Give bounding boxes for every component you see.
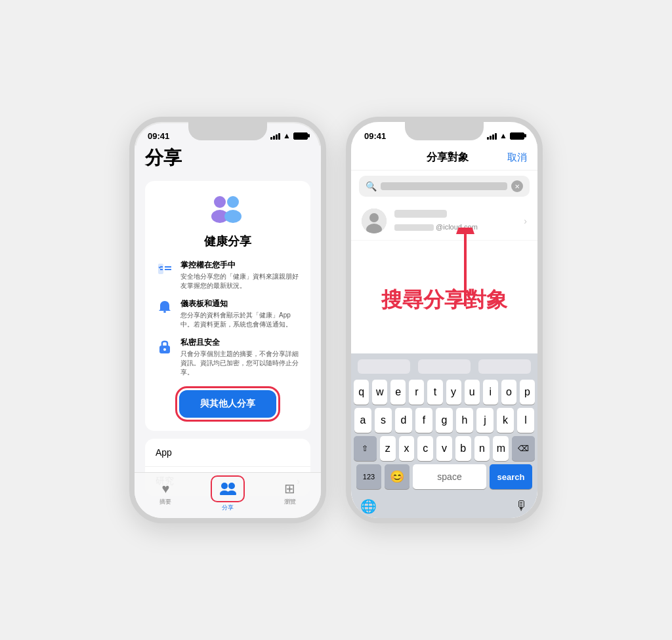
key-d[interactable]: d (395, 408, 412, 433)
svg-point-11 (163, 348, 166, 351)
battery-icon-2 (510, 132, 524, 140)
feature-item-1: 掌控權在您手中 安全地分享您的「健康」資料來讓親朋好友掌握您的最新狀況。 (156, 260, 300, 290)
contact-item[interactable]: @icloud.com › (351, 202, 537, 241)
key-k[interactable]: k (497, 408, 514, 433)
kb-suggestion-1[interactable] (354, 357, 413, 376)
key-v[interactable]: v (436, 436, 452, 461)
key-h[interactable]: h (456, 408, 473, 433)
tab-browse[interactable]: ⊞ 瀏覽 (259, 475, 321, 511)
key-y[interactable]: y (446, 380, 461, 405)
share-with-others-button[interactable]: 與其他人分享 (179, 390, 276, 418)
phone2-content: 分享對象 取消 🔍 ✕ (351, 146, 537, 518)
feature-item-3: 私密且安全 只會分享個別主題的摘要，不會分享詳細資訊。資訊均已加密，您可以隨時停… (156, 337, 300, 377)
key-n[interactable]: n (474, 436, 490, 461)
key-g[interactable]: g (436, 408, 453, 433)
search-bar[interactable]: 🔍 ✕ (359, 176, 530, 197)
feature-text-3: 私密且安全 只會分享個別主題的摘要，不會分享詳細資訊。資訊均已加密，您可以隨時停… (180, 337, 300, 377)
key-i[interactable]: i (483, 380, 498, 405)
battery-icon-1 (293, 132, 308, 140)
svg-point-12 (221, 483, 228, 489)
nav-title-2: 分享對象 (427, 151, 469, 165)
tab-browse-label: 瀏覽 (284, 498, 296, 506)
key-s[interactable]: s (375, 408, 392, 433)
key-r[interactable]: r (409, 380, 424, 405)
health-share-card: 健康分享 掌控權在您手中 安全地分 (145, 181, 310, 431)
contact-chevron-icon: › (524, 216, 527, 226)
page-title-1: 分享 (145, 146, 310, 170)
kb-row-3: ⇧ z x c v b n m ⌫ (354, 436, 535, 461)
signal-icon-2 (487, 132, 497, 140)
key-z[interactable]: z (380, 436, 396, 461)
kb-suggestion-3[interactable] (475, 357, 535, 376)
status-time-1: 09:41 (148, 131, 169, 141)
tab-bar-1: ♥ 摘要 分享 ⊞ 瀏覽 (135, 472, 321, 518)
key-w[interactable]: w (372, 380, 387, 405)
notch2 (405, 122, 484, 140)
key-l[interactable]: l (517, 408, 534, 433)
contact-name-blurred (394, 210, 447, 218)
nav-bar-2: 分享對象 取消 (351, 146, 537, 170)
feature-item-2: 儀表板和通知 您分享的資料會顯示於其「健康」App中。若資料更新，系統也會傳送通… (156, 298, 300, 329)
suggestion-pill-1 (358, 359, 410, 374)
key-t[interactable]: t (427, 380, 442, 405)
menu-item-app[interactable]: App (145, 439, 310, 467)
bell-icon (156, 298, 174, 317)
kb-row-2: a s d f g h j k l (354, 408, 535, 433)
key-b[interactable]: b (455, 436, 471, 461)
key-o[interactable]: o (501, 380, 516, 405)
kb-row-1: q w e r t y u i o p (354, 380, 535, 405)
health-share-icon (208, 194, 247, 227)
tab-share-label: 分享 (222, 504, 234, 512)
key-u[interactable]: u (465, 380, 480, 405)
main-container: 09:41 ▲ 分享 (129, 117, 543, 523)
key-x[interactable]: x (399, 436, 415, 461)
grid-tab-icon: ⊞ (284, 481, 295, 496)
menu-item-app-label: App (156, 447, 172, 458)
key-search[interactable]: search (490, 464, 532, 489)
key-q[interactable]: q (354, 380, 369, 405)
svg-point-0 (214, 196, 226, 208)
key-m[interactable]: m (493, 436, 509, 461)
status-time-2: 09:41 (364, 131, 386, 141)
svg-point-2 (227, 196, 239, 208)
wifi-icon-1: ▲ (283, 131, 291, 140)
svg-point-3 (224, 210, 242, 223)
status-icons-2: ▲ (487, 131, 524, 140)
clear-search-button[interactable]: ✕ (511, 180, 523, 192)
kb-suggestions (354, 357, 535, 376)
notch1 (188, 122, 267, 140)
key-emoji[interactable]: 😊 (385, 464, 410, 489)
tab-summary[interactable]: ♥ 摘要 (135, 475, 197, 511)
phone1: 09:41 ▲ 分享 (129, 117, 326, 523)
svg-rect-9 (163, 311, 166, 313)
tab-share-active-box (211, 475, 245, 502)
key-e[interactable]: e (390, 380, 406, 405)
status-icons-1: ▲ (270, 131, 308, 140)
heart-tab-icon: ♥ (161, 481, 169, 496)
key-delete[interactable]: ⌫ (512, 436, 535, 461)
wifi-icon-2: ▲ (499, 131, 507, 140)
key-p[interactable]: p (520, 380, 535, 405)
key-j[interactable]: j (476, 408, 494, 433)
cancel-button[interactable]: 取消 (507, 151, 527, 164)
mic-icon[interactable]: 🎙 (515, 498, 528, 514)
annotation-text: 搜尋分享對象 (381, 287, 507, 312)
key-123[interactable]: 123 (356, 464, 381, 489)
suggestion-pill-2 (418, 359, 471, 374)
key-shift[interactable]: ⇧ (354, 436, 377, 461)
kb-mic-row: 🌐 🎙 (354, 496, 535, 518)
search-input[interactable] (381, 182, 507, 190)
key-space[interactable]: space (413, 464, 486, 489)
feature-text-2: 儀表板和通知 您分享的資料會顯示於其「健康」App中。若資料更新，系統也會傳送通… (180, 298, 300, 329)
key-c[interactable]: c (417, 436, 433, 461)
phone2: 09:41 ▲ 分享對象 取消 🔍 (346, 117, 543, 523)
svg-point-15 (227, 490, 236, 495)
kb-suggestion-2[interactable] (414, 357, 474, 376)
key-a[interactable]: a (354, 408, 371, 433)
suggestion-pill-3 (478, 359, 531, 374)
share-tab-icon (219, 483, 237, 498)
signal-icon-1 (270, 132, 280, 140)
key-f[interactable]: f (415, 408, 432, 433)
globe-icon[interactable]: 🌐 (360, 498, 377, 514)
tab-share[interactable]: 分享 (197, 475, 259, 511)
